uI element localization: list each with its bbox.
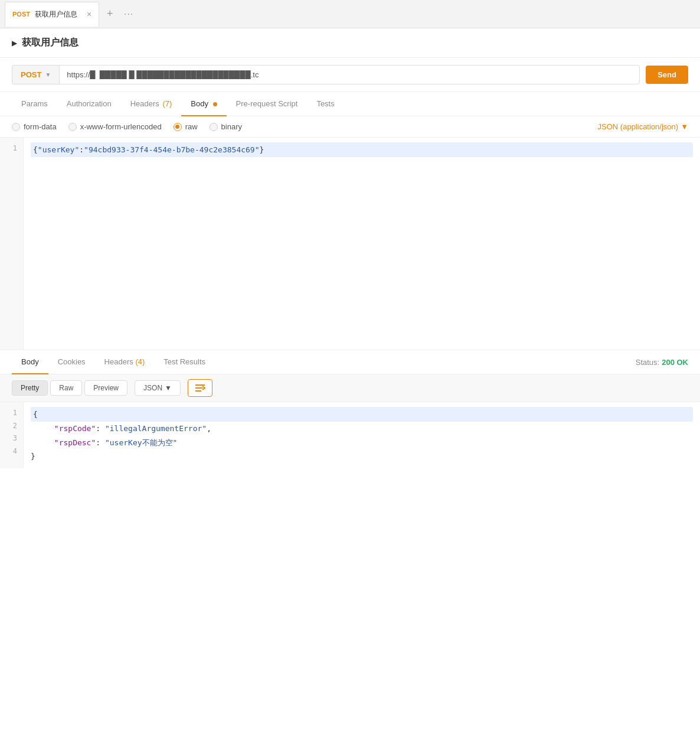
method-select[interactable]: POST ▼ — [12, 65, 59, 84]
resp-code-content: { "rspCode": "illegalArgumentError", "rs… — [24, 402, 700, 468]
tab-add-button[interactable]: + — [100, 5, 119, 24]
radio-raw[interactable]: raw — [174, 122, 198, 131]
request-tabs: Params Authorization Headers (7) Body Pr… — [0, 92, 700, 116]
resp-line-numbers: 1 2 3 4 — [0, 402, 24, 468]
code-line-1: {"userKey":"94cbd933-37f4-454e-b7be-49c2… — [31, 142, 693, 157]
raw-label: raw — [185, 122, 198, 131]
response-section: Body Cookies Headers (4) Test Results St… — [0, 350, 700, 468]
json-type-label: JSON (application/json) — [598, 122, 679, 131]
resp-tab-headers[interactable]: Headers (4) — [95, 350, 155, 374]
tab-headers[interactable]: Headers (7) — [121, 92, 182, 116]
binary-label: binary — [221, 122, 242, 131]
form-data-label: form-data — [24, 122, 57, 131]
tab-body[interactable]: Body — [181, 92, 226, 116]
radio-circle-urlencoded — [68, 123, 77, 131]
status-label: Status: — [636, 358, 659, 367]
radio-binary[interactable]: binary — [210, 122, 242, 131]
resp-headers-badge: (4) — [135, 357, 145, 366]
url-bar: POST ▼ Send — [0, 58, 700, 92]
request-name-bar: ▶ 获取用户信息 — [0, 28, 700, 58]
resp-line-2: "rspCode": "illegalArgumentError", — [31, 422, 693, 435]
format-raw-btn[interactable]: Raw — [50, 380, 82, 396]
resp-line-1: { — [31, 407, 693, 422]
json-type-select[interactable]: JSON (application/json) ▼ — [598, 122, 688, 131]
tab-params[interactable]: Params — [12, 92, 57, 116]
status-value: 200 OK — [662, 358, 688, 367]
tab-authorization[interactable]: Authorization — [57, 92, 121, 116]
expand-arrow-icon[interactable]: ▶ — [12, 39, 17, 47]
radio-circle-form-data — [12, 123, 20, 131]
format-preview-btn[interactable]: Preview — [84, 380, 127, 396]
radio-circle-raw — [174, 123, 182, 131]
tab-pre-request-script[interactable]: Pre-request Script — [227, 92, 308, 116]
json-type-chevron-icon: ▼ — [681, 122, 688, 131]
line-numbers: 1 — [0, 138, 24, 350]
code-content[interactable]: {"userKey":"94cbd933-37f4-454e-b7be-49c2… — [24, 138, 700, 350]
request-name: 获取用户信息 — [22, 37, 78, 49]
response-format-bar: Pretty Raw Preview JSON ▼ — [0, 374, 700, 402]
response-body-editor: 1 2 3 4 { "rspCode": "illegalArgumentErr… — [0, 402, 700, 468]
resp-line-4: } — [31, 449, 693, 463]
resp-tab-cookies[interactable]: Cookies — [48, 350, 95, 374]
method-label: POST — [21, 70, 41, 79]
headers-badge: (7) — [162, 99, 172, 108]
tab-bar: POST 获取用户信息 × + ··· — [0, 0, 700, 28]
radio-circle-binary — [210, 123, 218, 131]
tab-close-icon[interactable]: × — [87, 9, 91, 19]
urlencoded-label: x-www-form-urlencoded — [80, 122, 162, 131]
response-tabs: Body Cookies Headers (4) Test Results St… — [0, 350, 700, 374]
radio-urlencoded[interactable]: x-www-form-urlencoded — [68, 122, 162, 131]
request-body-editor[interactable]: 1 {"userKey":"94cbd933-37f4-454e-b7be-49… — [0, 138, 700, 350]
body-dot-indicator — [213, 102, 217, 106]
url-input[interactable] — [59, 65, 640, 84]
wrap-icon — [194, 383, 206, 393]
tab-item-post[interactable]: POST 获取用户信息 × — [5, 2, 99, 27]
resp-tab-test-results[interactable]: Test Results — [154, 350, 215, 374]
main-container: ▶ 获取用户信息 POST ▼ Send Params Authorizatio… — [0, 28, 700, 750]
resp-line-3: "rspDesc": "userKey不能为空" — [31, 436, 693, 449]
tab-tests[interactable]: Tests — [307, 92, 344, 116]
response-json-select[interactable]: JSON ▼ — [135, 380, 181, 396]
tab-more-button[interactable]: ··· — [119, 5, 138, 24]
body-options: form-data x-www-form-urlencoded raw bina… — [0, 116, 700, 138]
tab-method-badge: POST — [12, 11, 30, 18]
resp-json-chevron-icon: ▼ — [165, 384, 172, 392]
radio-form-data[interactable]: form-data — [12, 122, 57, 131]
send-button[interactable]: Send — [646, 66, 688, 84]
resp-tab-body[interactable]: Body — [12, 350, 48, 374]
resp-json-label: JSON — [143, 384, 162, 392]
tab-title: 获取用户信息 — [35, 9, 77, 19]
method-chevron-icon: ▼ — [45, 71, 51, 78]
response-status-bar: Status: 200 OK — [636, 358, 688, 367]
wrap-button[interactable] — [188, 379, 212, 397]
format-pretty-btn[interactable]: Pretty — [12, 380, 48, 396]
